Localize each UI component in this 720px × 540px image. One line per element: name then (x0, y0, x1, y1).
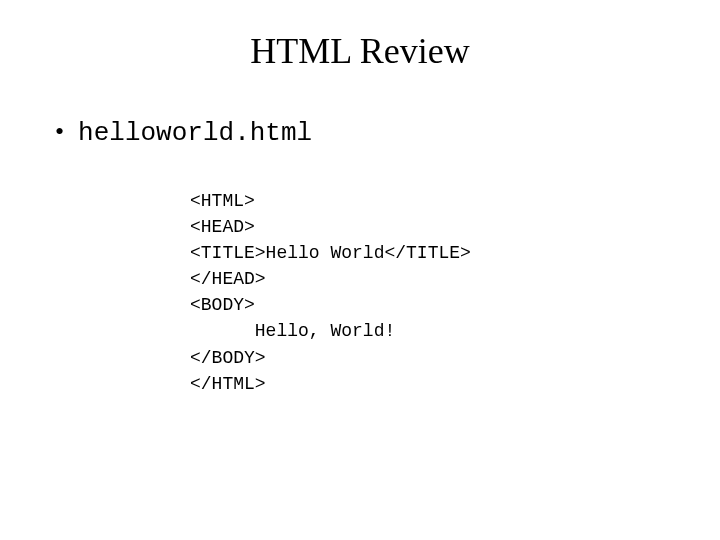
slide-title: HTML Review (0, 30, 720, 72)
bullet-marker: • (55, 117, 64, 147)
filename-text: helloworld.html (78, 118, 312, 148)
code-block: <HTML> <HEAD> <TITLE>Hello World</TITLE>… (190, 188, 720, 397)
bullet-item: • helloworld.html (55, 117, 720, 148)
